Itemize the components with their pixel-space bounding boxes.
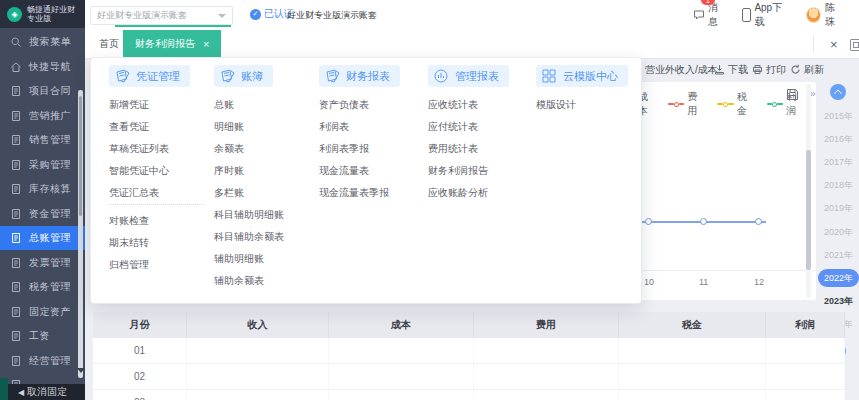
menu-item-利润表季报[interactable]: 利润表季报 xyxy=(319,142,369,156)
menu-item-资产负债表[interactable]: 资产负债表 xyxy=(319,98,369,112)
sidebar-item-采购管理[interactable]: 采购管理 xyxy=(0,153,85,177)
table-row[interactable]: 01 xyxy=(93,338,845,364)
sidebar-scrollbar-thumb[interactable] xyxy=(79,96,82,216)
sidebar-item-库存核算[interactable]: 库存核算 xyxy=(0,177,85,201)
topbar: 好业财专业版演示账套 ✓ 已认证 好业财专业版演示账套 消息 1 App下载 xyxy=(85,0,859,31)
data-point[interactable] xyxy=(645,218,652,225)
sidebar-item-固定资产[interactable]: 固定资产 xyxy=(0,300,85,324)
menu-item-应收统计表[interactable]: 应收统计表 xyxy=(428,98,478,112)
sidebar-item-销售管理[interactable]: 销售管理 xyxy=(0,128,85,152)
sidebar-item-营销推广[interactable]: 营销推广 xyxy=(0,104,85,128)
menu-item-现金流量表季报[interactable]: 现金流量表季报 xyxy=(319,186,389,200)
menu-item-现金流量表[interactable]: 现金流量表 xyxy=(319,164,369,178)
legend-label: 税金 xyxy=(737,90,757,118)
legend-marker-icon xyxy=(674,102,679,107)
close-tabs-button[interactable]: × xyxy=(825,30,843,58)
year-item-2016年[interactable]: 2016年 xyxy=(818,130,859,148)
sidebar-item-税务管理[interactable]: 税务管理 xyxy=(0,275,85,299)
year-item-2015年[interactable]: 2015年 xyxy=(818,107,859,125)
menu-item-模版设计[interactable]: 模版设计 xyxy=(536,98,576,112)
menu-item-对账检查[interactable]: 对账检查 xyxy=(109,214,149,228)
account-set-value: 好业财专业版演示账套 xyxy=(97,9,187,22)
year-item-2023年[interactable]: 2023年 xyxy=(818,293,859,311)
chat-widget-edge[interactable] xyxy=(0,378,8,400)
sidebar-scroll-down-icon[interactable] xyxy=(77,368,85,373)
sidebar-item-资金管理[interactable]: 资金管理 xyxy=(0,202,85,226)
data-point[interactable] xyxy=(755,218,762,225)
year-item-2020年[interactable]: 2020年 xyxy=(818,223,859,241)
menu-item-期末结转[interactable]: 期末结转 xyxy=(109,236,149,250)
data-point[interactable] xyxy=(700,218,707,225)
menu-section-财务报表: 财务报表 xyxy=(319,65,400,87)
user-avatar xyxy=(806,7,822,23)
table-header-成本: 成本 xyxy=(329,312,474,338)
table-row[interactable]: 02 xyxy=(93,364,845,390)
legend-item-费用[interactable]: 费用 xyxy=(668,90,707,118)
menu-item-凭证汇总表[interactable]: 凭证汇总表 xyxy=(109,186,159,200)
year-item-2018年[interactable]: 2018年 xyxy=(818,177,859,195)
sidebar-item-总账管理[interactable]: 总账管理 xyxy=(0,226,85,250)
unpin-sidebar-button[interactable]: ◀ 取消固定 xyxy=(0,384,85,400)
x-tick-12: 12 xyxy=(754,277,764,287)
menu-item-科目辅助明细账[interactable]: 科目辅助明细账 xyxy=(214,208,284,222)
menu-item-草稿凭证列表[interactable]: 草稿凭证列表 xyxy=(109,142,169,156)
menu-item-查看凭证[interactable]: 查看凭证 xyxy=(109,120,149,134)
menu-item-辅助明细账[interactable]: 辅助明细账 xyxy=(214,252,264,266)
legend-marker-icon xyxy=(777,103,783,105)
years-scroll-up-button[interactable] xyxy=(830,84,846,100)
menu-item-应付统计表[interactable]: 应付统计表 xyxy=(428,120,478,134)
sidebar-item-项目合同[interactable]: 项目合同 xyxy=(0,79,85,103)
menu-item-余额表[interactable]: 余额表 xyxy=(214,142,244,156)
expand-tabs-icon[interactable] xyxy=(850,39,859,51)
menu-section-title: 财务报表 xyxy=(346,69,390,84)
chart-scrollbar-thumb[interactable] xyxy=(806,150,811,270)
menu-item-多栏账[interactable]: 多栏账 xyxy=(214,186,244,200)
menu-item-新增凭证[interactable]: 新增凭证 xyxy=(109,98,149,112)
print-button[interactable]: 打印 xyxy=(752,63,786,77)
sidebar-item-clipped[interactable] xyxy=(0,373,85,384)
save-image-icon[interactable] xyxy=(786,87,799,105)
verified-check-icon: ✓ xyxy=(250,9,261,20)
menu-section-凭证管理: 凭证管理 xyxy=(109,65,190,87)
menu-item-智能凭证中心[interactable]: 智能凭证中心 xyxy=(109,164,169,178)
sidebar-item-搜索菜单[interactable]: 搜索菜单 xyxy=(0,30,85,54)
menu-item-明细账[interactable]: 明细账 xyxy=(214,120,244,134)
legend-item-税金[interactable]: 税金 xyxy=(717,90,756,118)
year-item-2021年[interactable]: 2021年 xyxy=(818,246,859,264)
include-nonoperating-option[interactable]: 营业外收入/成本 xyxy=(645,63,718,77)
menu-item-科目辅助余额表[interactable]: 科目辅助余额表 xyxy=(214,230,284,244)
tab-financial-profit-report[interactable]: 财务利润报告 × xyxy=(123,30,221,58)
menu-item-归档管理[interactable]: 归档管理 xyxy=(109,258,149,272)
table-cell xyxy=(474,338,619,363)
menu-item-序时账[interactable]: 序时账 xyxy=(214,164,244,178)
year-item-2022年[interactable]: 2022年 xyxy=(818,269,859,287)
menu-item-利润表[interactable]: 利润表 xyxy=(319,120,349,134)
sidebar-item-工资[interactable]: 工资 xyxy=(0,324,85,348)
tab-home[interactable]: 首页 xyxy=(95,30,123,58)
tab-close-icon[interactable]: × xyxy=(203,38,209,50)
sidebar-item-发票管理[interactable]: 发票管理 xyxy=(0,251,85,275)
table-header-row: 月份收入成本费用税金利润 xyxy=(93,312,845,338)
menu-item-费用统计表[interactable]: 费用统计表 xyxy=(428,142,478,156)
table-header-税金: 税金 xyxy=(619,312,766,338)
chevron-down-icon xyxy=(218,14,226,18)
refresh-button[interactable]: 刷新 xyxy=(790,63,824,77)
menu-section-title: 账簿 xyxy=(241,69,263,84)
sidebar-item-经营管理[interactable]: 经营管理 xyxy=(0,349,85,373)
menu-item-财务利润报告[interactable]: 财务利润报告 xyxy=(428,164,488,178)
menu-item-总账[interactable]: 总账 xyxy=(214,98,234,112)
year-item-2017年[interactable]: 2017年 xyxy=(818,153,859,171)
table-cell xyxy=(619,338,766,363)
voucher-icon xyxy=(113,68,131,84)
app-download-button[interactable]: App下载 xyxy=(742,1,792,29)
mgmt-report-icon xyxy=(432,68,450,84)
menu-item-应收账龄分析[interactable]: 应收账龄分析 xyxy=(428,186,488,200)
download-button[interactable]: 下载 xyxy=(714,63,748,77)
messages-button[interactable]: 消息 1 xyxy=(693,1,728,29)
menu-item-辅助余额表[interactable]: 辅助余额表 xyxy=(214,274,264,288)
year-item-2019年[interactable]: 2019年 xyxy=(818,200,859,218)
sidebar-item-快捷导航[interactable]: 快捷导航 xyxy=(0,55,85,79)
table-row[interactable]: 03 xyxy=(93,390,845,400)
account-set-select[interactable]: 好业财专业版演示账套 xyxy=(90,6,233,25)
user-menu[interactable]: 陈珠 xyxy=(806,1,845,29)
